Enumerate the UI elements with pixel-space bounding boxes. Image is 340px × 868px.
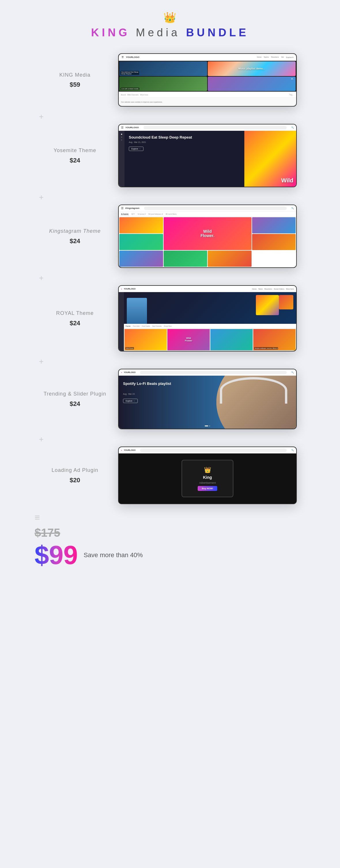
- ad-sub-text: Advertisement: [199, 482, 216, 484]
- preview-royal: ● YOURLOGO Home News Reactions Social Vi…: [118, 285, 297, 351]
- brand-title: KING Media BUNDLE: [91, 27, 249, 39]
- grid-cell-wild-flower: WildFlower.: [164, 217, 251, 250]
- screen-mockup-loading-ad: ● YOURLOGO 🔍 👑 King Advertisement Buy NO…: [118, 446, 297, 504]
- tab-followers[interactable]: 56 post followers ▾: [148, 213, 163, 215]
- screen4-tabs-bar: Popular Post Links Final Credits New Cha…: [124, 324, 296, 329]
- hamburger-icon: ☰: [121, 126, 124, 129]
- headphones-arc: [220, 377, 287, 404]
- hero-accent-block: [279, 295, 293, 309]
- final-price: $99: [35, 542, 78, 568]
- tab-more[interactable]: More here: [140, 94, 148, 96]
- item-price-kingstagram: $24: [43, 237, 106, 245]
- final-price-row: $99 Save more than 40%: [35, 542, 143, 568]
- bg1-label: Wild Flower: [125, 347, 134, 349]
- screen1-top-bar: ☰ YOURLOGO Home Sports Reactions Hot Exp…: [119, 54, 296, 61]
- bundle-row-king-media: KING Media $59 ☰ YOURLOGO Home Sports Re…: [0, 53, 340, 106]
- screen4-body: Popular Post Links Final Credits New Cha…: [119, 292, 296, 351]
- screen-mockup-royal: ● YOURLOGO Home News Reactions Social Vi…: [118, 285, 297, 351]
- item-price-loading-ad: $20: [43, 476, 106, 484]
- spotify-title: Spotify Lo-Fi Beats playlist: [123, 381, 171, 386]
- screen-mockup-yosemite: ☰ YOURLOGO 🔍 Soundcloud Eat Sleep Deep R…: [118, 124, 297, 187]
- tab-wild-channels[interactable]: Wild Channels: [127, 94, 138, 96]
- bundle-info-trending: Trending & Slider Plugin $24: [43, 390, 106, 407]
- screen1-body: Soundcloud Eat SleepDeep Repeat Music pl…: [119, 61, 296, 92]
- screen4-hero: [124, 292, 296, 324]
- item-name-trending: Trending & Slider Plugin: [43, 390, 106, 398]
- bundle-row-kingstagram: Kingstagram Theme $24 ☰ Kingstagram 🔍 ● …: [0, 205, 340, 268]
- plus-icon-3: +: [39, 274, 43, 282]
- grid-cell-3: [252, 217, 296, 234]
- item-name-king-media: KING Media: [43, 71, 106, 79]
- screen5-logo: YOURLOGO: [124, 371, 136, 373]
- screen1-logo: YOURLOGO: [126, 56, 140, 59]
- grid-cell-4: [119, 234, 163, 250]
- bundle-row-yosemite: Yosemite Theme $24 ☰ YOURLOGO 🔍: [0, 124, 340, 187]
- pagination-dots: [205, 426, 210, 426]
- thumb3-label: List with embed media: [120, 88, 140, 90]
- grid-cell-5: [252, 234, 296, 250]
- original-price: $175: [35, 526, 60, 539]
- crown-icon: 👑: [163, 11, 176, 24]
- bottom-grid-3: [210, 329, 253, 350]
- bottom-grid-4: Multiple wallpaper sources. Album it: [253, 329, 296, 350]
- plus-icon-5: +: [39, 435, 43, 443]
- tab-10posts[interactable]: 10 posts ▾: [138, 213, 146, 215]
- preview-loading-ad: ● YOURLOGO 🔍 👑 King Advertisement Buy NO…: [118, 446, 297, 504]
- tab-popular[interactable]: ● Popular: [121, 213, 128, 215]
- tab-board[interactable]: Board: [121, 94, 126, 96]
- bundle-info-loading-ad: Loading Ad Plugin $20: [43, 467, 106, 484]
- equals-icon: ≡: [35, 513, 40, 522]
- search-bar-la[interactable]: [140, 448, 287, 452]
- screen-mockup-king-media: ☰ YOURLOGO Home Sports Reactions Hot Exp…: [118, 53, 297, 106]
- page-wrapper: 👑 KING Media BUNDLE KING Media $59 ☰ YOU…: [0, 0, 340, 585]
- item-price-yosemite: $24: [43, 157, 106, 164]
- search-bar-t[interactable]: [140, 371, 287, 374]
- ad-buy-btn[interactable]: Buy NOW!: [198, 486, 217, 491]
- plus-separator-1: +: [0, 110, 340, 124]
- screen6-bar: ● YOURLOGO 🔍: [119, 447, 296, 454]
- thumb-wild: M...: [208, 76, 296, 91]
- plus-icon-4: +: [39, 358, 43, 366]
- soundcloud-title: Soundcloud Eat Sleep Deep Repeat: [129, 135, 240, 140]
- tab-nft[interactable]: NFT: [131, 213, 135, 215]
- item-price-royal: $24: [43, 319, 106, 327]
- item-price-trending: $24: [43, 400, 106, 408]
- spotify-explore-btn[interactable]: Explore →: [123, 399, 138, 403]
- notice-text: Our website uses cookies to improve your…: [121, 101, 162, 103]
- screen5-bar: ● YOURLOGO 🔍: [119, 369, 296, 376]
- screen-mockup-trending: ● YOURLOGO 🔍 Spotify Lo-Fi Beats playlis…: [118, 369, 297, 429]
- screen-mockup-kingstagram: ☰ Kingstagram 🔍 ● Popular NFT 10 posts ▾…: [118, 205, 297, 268]
- item-name-kingstagram: Kingstagram Theme: [43, 227, 106, 235]
- grid-cell-8: [208, 251, 251, 267]
- bundle-info-yosemite: Yosemite Theme $24: [43, 147, 106, 164]
- equals-section: ≡ $175 $99 Save more than 40%: [0, 513, 340, 568]
- wild-flower-text: WildFlower.: [200, 229, 214, 238]
- item-name-loading-ad: Loading Ad Plugin: [43, 467, 106, 474]
- thumb2-label: Music playlist demo...: [238, 67, 265, 70]
- preview-kingstagram: ☰ Kingstagram 🔍 ● Popular NFT 10 posts ▾…: [118, 205, 297, 268]
- screen6-body: 👑 King Advertisement Buy NOW!: [119, 454, 296, 503]
- screen3-grid: WildFlower.: [119, 217, 296, 267]
- screen2-right-panel: Wild: [244, 131, 296, 187]
- save-text: Save more than 40%: [84, 551, 143, 559]
- bundle-row-loading-ad: Loading Ad Plugin $20 ● YOURLOGO 🔍 👑 Kin…: [0, 446, 340, 504]
- brand-media: Media: [130, 27, 186, 39]
- bg4-label: Multiple wallpaper sources. Album it: [254, 347, 278, 349]
- plus-icon-1: +: [39, 113, 43, 121]
- screen2-content: Soundcloud Eat Sleep Deep Repeat Aug · M…: [124, 131, 244, 187]
- bundle-row-royal: ROYAL Theme $24 ● YOURLOGO Home News Rea…: [0, 285, 340, 351]
- search-bar[interactable]: [144, 126, 287, 129]
- brand-bundle: BUNDLE: [186, 27, 249, 39]
- explore-btn-yosemite[interactable]: Explore →: [129, 147, 144, 151]
- bottom-grid-1: Wild Flower: [124, 329, 167, 350]
- notice-bar: Our website uses cookies to improve your…: [119, 97, 296, 106]
- preview-trending: ● YOURLOGO 🔍 Spotify Lo-Fi Beats playlis…: [118, 369, 297, 429]
- header: 👑 KING Media BUNDLE: [91, 11, 249, 39]
- tab-more-filters[interactable]: 98 more filters: [166, 213, 177, 215]
- plus-separator-3: +: [0, 271, 340, 285]
- screen4-logo: YOURLOGO: [124, 288, 136, 290]
- ad-king-text: King: [203, 475, 212, 480]
- screen3-tabs: ● Popular NFT 10 posts ▾ 56 post followe…: [119, 212, 296, 217]
- preview-yosemite: ☰ YOURLOGO 🔍 Soundcloud Eat Sleep Deep R…: [118, 124, 297, 187]
- search-bar-k[interactable]: [144, 207, 287, 210]
